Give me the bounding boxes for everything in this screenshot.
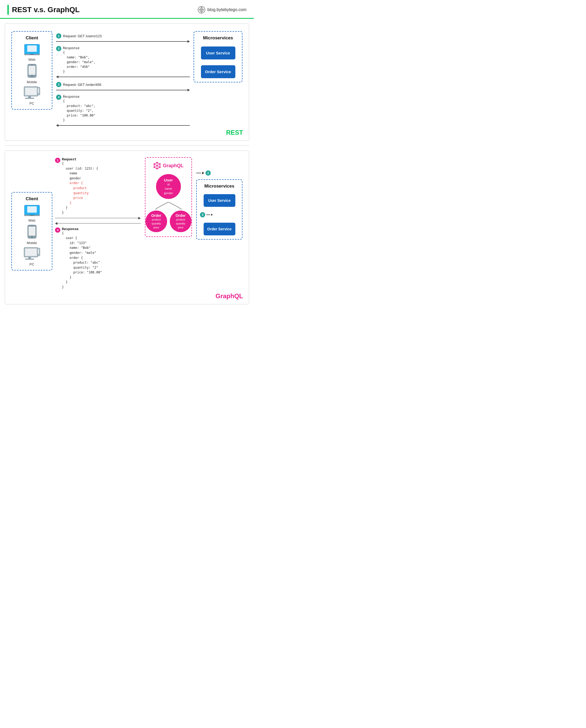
gql-mobile-label: Mobile: [27, 241, 37, 245]
order1-ellipse: Order productquantityprice: [145, 210, 167, 232]
accent-bar: [7, 5, 9, 15]
order2-fields: productquantityprice: [176, 218, 185, 230]
step4-response-body: { product: "abc", quantity: "2", price: …: [63, 99, 95, 123]
gql-arrow-left: [55, 222, 141, 225]
section-divider: [5, 146, 249, 146]
order1-fields: productquantityprice: [151, 218, 161, 230]
gql-request-label: Request: [62, 157, 98, 161]
step2-circle: 2: [56, 46, 62, 51]
header-title: REST v.s. GraphQL: [12, 5, 80, 14]
step1-circle: 1: [56, 33, 62, 38]
rest-client-box: Client Web Mobile: [11, 31, 52, 110]
gql-pc-label: PC: [29, 262, 34, 266]
step4-response-label: Response: [63, 95, 80, 99]
gql-micro-col: 2 Microservices User Service 3 Order Ser…: [194, 157, 243, 240]
arrow-right-1: [56, 40, 190, 43]
micro-title: Microservices: [203, 35, 233, 41]
gql-step4-row: 4 Response { user { id: "123" name: "Bob…: [55, 227, 141, 290]
graphql-logo-icon: [153, 162, 161, 169]
svg-rect-20: [29, 227, 35, 236]
connection-curves: [147, 202, 190, 210]
step3-circle: 3: [56, 82, 62, 87]
svg-rect-26: [25, 259, 34, 260]
svg-rect-25: [28, 257, 31, 259]
order-service-btn: Order Service: [201, 65, 235, 78]
client-title: Client: [26, 35, 38, 41]
gql-arrow-right: [55, 217, 141, 219]
order2-title: Order: [176, 213, 186, 218]
user-ellipse: User idnamegender: [156, 174, 181, 199]
header-logo: blog.bytebytego.com: [198, 6, 246, 14]
gql-mobile-icon: [27, 225, 37, 239]
rest-micro-box: Microservices User Service Order Service: [194, 31, 243, 82]
header-left: REST v.s. GraphQL: [7, 5, 80, 15]
svg-rect-24: [25, 249, 37, 256]
web-icon: [24, 44, 40, 55]
gql-diagram: Client Web Mobile: [11, 157, 243, 290]
gql-pc-icon: [24, 247, 41, 260]
rest-step4-row: 4 Response { product: "abc", quantity: "…: [56, 94, 190, 123]
gql-request-body: { user (id: 123): { name gender order { …: [62, 161, 98, 215]
gql-request-block: Request { user (id: 123): { name gender …: [62, 157, 98, 215]
gql-client-box: Client Web Mobile: [11, 192, 52, 270]
arrow-left-1: [56, 76, 190, 78]
gql-order-service-btn: Order Service: [204, 223, 235, 235]
rest-step1-row: 1 Request: GET /users/123: [56, 33, 190, 38]
rest-center: 1 Request: GET /users/123 2 Response { n…: [52, 31, 194, 128]
graphql-section: Client Web Mobile: [5, 151, 249, 304]
arrow-left-2: [56, 124, 190, 127]
svg-point-7: [31, 75, 33, 77]
pc-icon: [24, 86, 41, 99]
header: REST v.s. GraphQL blog.bytebytego.com: [0, 0, 254, 19]
graphql-label: GraphQL: [216, 292, 243, 300]
gql-step1-row: 1 Request { user (id: 123): { name gende…: [55, 157, 141, 215]
gql-response-label: Response: [62, 227, 102, 231]
step3-text: Request: GET /order/456: [63, 83, 101, 87]
svg-rect-8: [31, 65, 33, 65]
gql-step3-circle: 3: [200, 212, 205, 217]
svg-rect-12: [25, 98, 34, 99]
step2-body: Response { name: "Bob", gender: "male", …: [63, 46, 95, 74]
gql-step4-circle: 4: [55, 228, 60, 233]
arrow-right-2: [56, 89, 190, 92]
orders-row: Order productquantityprice Order product…: [145, 210, 192, 232]
svg-rect-28: [38, 249, 39, 254]
gql-client-title: Client: [26, 196, 38, 202]
gql-step2-arrow-row: 2: [196, 171, 243, 176]
rest-diagram: Client Web Mobile: [11, 31, 243, 128]
user-ellipse-fields: idnamegender: [164, 182, 173, 196]
svg-rect-22: [31, 226, 33, 226]
gql-left-area: 1 Request { user (id: 123): { name gende…: [52, 157, 143, 290]
step4-body: Response { product: "abc", quantity: "2"…: [63, 94, 95, 123]
mobile-label: Mobile: [27, 80, 37, 84]
order1-title: Order: [151, 213, 161, 218]
gql-user-service-btn: User Service: [204, 194, 235, 207]
svg-rect-4: [30, 54, 34, 55]
svg-rect-2: [27, 46, 37, 52]
svg-rect-18: [30, 215, 34, 215]
gql-step2-area: 2: [196, 171, 243, 177]
gql-step1-circle: 1: [55, 158, 60, 163]
graphql-logo: GraphQL: [153, 162, 184, 169]
svg-rect-16: [27, 206, 37, 213]
svg-rect-14: [38, 88, 39, 93]
svg-rect-10: [25, 88, 37, 95]
gql-response-body: { user { id: "123" name: "Bob" gender: "…: [62, 231, 102, 290]
rest-label: REST: [226, 129, 243, 136]
mobile-icon: [27, 64, 37, 78]
gql-response-block: Response { user { id: "123" name: "Bob" …: [62, 227, 102, 290]
svg-rect-6: [29, 66, 35, 75]
gql-micro-box: Microservices User Service 3 Order Servi…: [196, 179, 243, 240]
rest-step3-row: 3 Request: GET /order/456: [56, 82, 190, 87]
gql-web-label: Web: [28, 218, 35, 223]
gql-micro-title: Microservices: [204, 184, 234, 189]
rest-step2-row: 2 Response { name: "Bob", gender: "male"…: [56, 46, 190, 74]
user-ellipse-title: User: [164, 178, 173, 182]
step2-response-body: { name: "Bob", gender: "male", order: "4…: [63, 50, 95, 74]
web-label: Web: [28, 58, 35, 61]
step1-text: Request: GET /users/123: [63, 34, 101, 38]
gql-web-icon: [24, 205, 40, 216]
svg-point-21: [31, 236, 33, 238]
order2-ellipse: Order productquantityprice: [170, 210, 192, 232]
step4-circle: 4: [56, 95, 62, 100]
